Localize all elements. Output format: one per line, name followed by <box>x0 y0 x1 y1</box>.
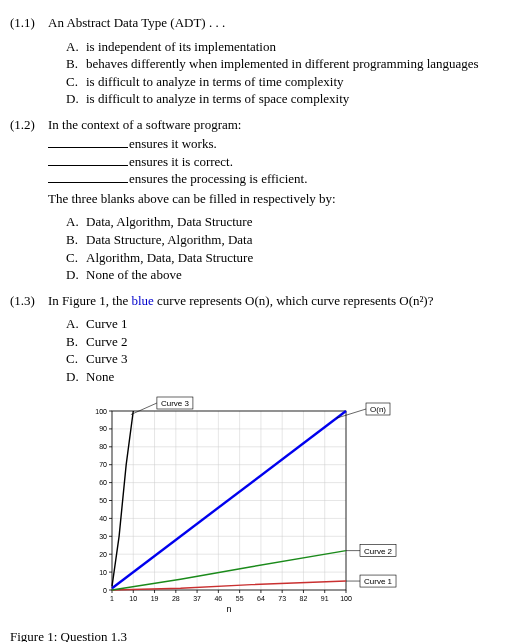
svg-text:73: 73 <box>278 595 286 602</box>
fill-in-blanks: ensures it works. ensures it is correct.… <box>48 135 508 188</box>
q3-text-before: In Figure 1, the <box>48 293 131 308</box>
svg-text:30: 30 <box>99 533 107 540</box>
option-text: Curve 2 <box>86 333 128 351</box>
svg-text:10: 10 <box>129 595 137 602</box>
blank-2 <box>48 155 128 166</box>
figure-1-chart: 0102030405060708090100110192837465564738… <box>78 393 508 618</box>
option-a: A.is independent of its implementation <box>66 38 508 56</box>
svg-text:Curve 1: Curve 1 <box>364 577 393 586</box>
q1-options: A.is independent of its implementation B… <box>66 38 508 108</box>
svg-text:46: 46 <box>214 595 222 602</box>
option-text: Curve 1 <box>86 315 128 333</box>
svg-text:70: 70 <box>99 462 107 469</box>
svg-text:55: 55 <box>236 595 244 602</box>
option-text: None <box>86 368 114 386</box>
option-text: None of the above <box>86 266 182 284</box>
blank-3 <box>48 172 128 183</box>
svg-text:80: 80 <box>99 444 107 451</box>
option-text: Data Structure, Algorithm, Data <box>86 231 252 249</box>
option-c: C.Algorithm, Data, Data Structure <box>66 249 508 267</box>
svg-text:1: 1 <box>110 595 114 602</box>
option-d: D.None <box>66 368 508 386</box>
option-a: A.Data, Algorithm, Data Structure <box>66 213 508 231</box>
svg-text:40: 40 <box>99 515 107 522</box>
option-c: C.is difficult to analyze in terms of ti… <box>66 73 508 91</box>
svg-text:28: 28 <box>172 595 180 602</box>
option-text: is difficult to analyze in terms of spac… <box>86 90 349 108</box>
option-a: A.Curve 1 <box>66 315 508 333</box>
q-number: (1.2) <box>10 116 48 134</box>
q-number: (1.3) <box>10 292 48 310</box>
q-number: (1.1) <box>10 14 48 32</box>
q3-text-after: curve represents O(n), which curve repre… <box>154 293 434 308</box>
option-c: C.Curve 3 <box>66 350 508 368</box>
question-1-3: (1.3) In Figure 1, the blue curve repres… <box>10 292 508 386</box>
chart-svg: 0102030405060708090100110192837465564738… <box>78 393 418 618</box>
q-stem: In Figure 1, the blue curve represents O… <box>48 292 508 310</box>
svg-text:20: 20 <box>99 551 107 558</box>
fill-text: ensures the processing is efficient. <box>129 170 307 188</box>
svg-text:n: n <box>226 604 231 614</box>
svg-text:91: 91 <box>321 595 329 602</box>
svg-text:37: 37 <box>193 595 201 602</box>
option-text: Data, Algorithm, Data Structure <box>86 213 252 231</box>
svg-text:50: 50 <box>99 497 107 504</box>
option-b: B.Data Structure, Algorithm, Data <box>66 231 508 249</box>
svg-text:Curve 2: Curve 2 <box>364 547 393 556</box>
fill-text: ensures it is correct. <box>129 153 233 171</box>
q-stem: In the context of a software program: <box>48 116 508 134</box>
svg-text:90: 90 <box>99 426 107 433</box>
q3-options: A.Curve 1 B.Curve 2 C.Curve 3 D.None <box>66 315 508 385</box>
option-d: D.is difficult to analyze in terms of sp… <box>66 90 508 108</box>
figure-caption: Figure 1: Question 1.3 <box>10 628 508 642</box>
q3-blue-word: blue <box>131 293 153 308</box>
svg-text:O(n): O(n) <box>370 405 386 414</box>
svg-text:10: 10 <box>99 569 107 576</box>
option-text: Algorithm, Data, Data Structure <box>86 249 253 267</box>
option-b: B.behaves differently when implemented i… <box>66 55 508 73</box>
question-1-1: (1.1) An Abstract Data Type (ADT) . . . … <box>10 14 508 108</box>
fill-text: ensures it works. <box>129 135 217 153</box>
svg-text:Curve 3: Curve 3 <box>161 399 190 408</box>
svg-text:64: 64 <box>257 595 265 602</box>
question-1-2: (1.2) In the context of a software progr… <box>10 116 508 284</box>
svg-text:100: 100 <box>340 595 352 602</box>
svg-text:60: 60 <box>99 479 107 486</box>
option-d: D.None of the above <box>66 266 508 284</box>
svg-text:100: 100 <box>95 408 107 415</box>
option-b: B.Curve 2 <box>66 333 508 351</box>
option-text: behaves differently when implemented in … <box>86 55 479 73</box>
option-text: Curve 3 <box>86 350 128 368</box>
option-text: is difficult to analyze in terms of time… <box>86 73 344 91</box>
option-text: is independent of its implementation <box>86 38 276 56</box>
svg-text:19: 19 <box>151 595 159 602</box>
q2-options: A.Data, Algorithm, Data Structure B.Data… <box>66 213 508 283</box>
q2-subtext: The three blanks above can be filled in … <box>48 190 508 208</box>
blank-1 <box>48 137 128 148</box>
svg-text:82: 82 <box>300 595 308 602</box>
q-stem: An Abstract Data Type (ADT) . . . <box>48 14 508 32</box>
svg-text:0: 0 <box>103 587 107 594</box>
